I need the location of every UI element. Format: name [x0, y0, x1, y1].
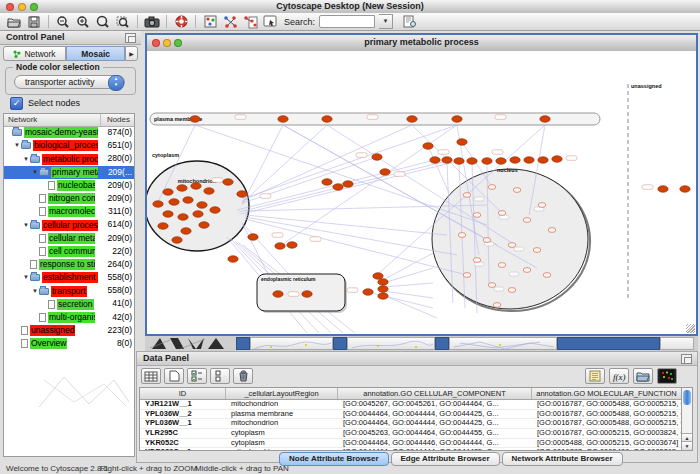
import-table-icon[interactable]: [585, 368, 605, 384]
network-node[interactable]: [237, 191, 247, 198]
scrollbar-thumb[interactable]: [683, 390, 691, 405]
network-node[interactable]: [508, 288, 516, 293]
network-node[interactable]: [467, 158, 477, 165]
background-window-edge[interactable]: [236, 337, 250, 350]
tree-row[interactable]: macromolecule311(0): [4, 205, 134, 218]
network-node[interactable]: [178, 214, 188, 221]
background-window-preview[interactable]: [347, 337, 435, 350]
network-node[interactable]: [183, 197, 193, 204]
network-node[interactable]: [498, 211, 506, 216]
network-node[interactable]: [488, 283, 496, 288]
tree-row[interactable]: ▼cellular process614(0): [4, 218, 134, 231]
layout-nodes-b-icon[interactable]: [242, 14, 258, 29]
network-node[interactable]: [287, 242, 297, 249]
network-node[interactable]: [508, 243, 516, 248]
tab-overflow-arrow-icon[interactable]: ▶: [125, 46, 138, 61]
network-node[interactable]: [248, 234, 258, 241]
background-window-edge[interactable]: [333, 337, 347, 350]
tree-row[interactable]: response to stimulu264(0): [4, 258, 134, 271]
network-node[interactable]: [423, 143, 433, 150]
network-node[interactable]: [538, 203, 546, 208]
annotation-icon[interactable]: [262, 14, 278, 29]
network-node[interactable]: [322, 116, 332, 123]
new-attribute-icon[interactable]: [164, 368, 184, 384]
float-panel-icon[interactable]: [125, 33, 136, 43]
network-canvas[interactable]: plasma membranecytoplasmmitochondrionnuc…: [147, 51, 696, 334]
network-node[interactable]: [442, 157, 452, 164]
network-node[interactable]: [513, 188, 521, 193]
background-window-edge[interactable]: [435, 337, 449, 350]
tree-row[interactable]: mosaic-demo-yeast874(0): [4, 126, 134, 139]
network-node[interactable]: [223, 179, 233, 186]
network-node[interactable]: [302, 291, 312, 298]
table-column-header[interactable]: annotation.GO MOLECULAR_FUNCTION: [532, 388, 682, 399]
network-node[interactable]: [552, 156, 562, 163]
table-column-header[interactable]: ID: [140, 388, 226, 399]
open-file-icon[interactable]: [6, 14, 22, 29]
network-node[interactable]: [181, 228, 191, 235]
background-window-preview[interactable]: [250, 337, 333, 350]
network-node[interactable]: [510, 157, 520, 164]
table-scrollbar[interactable]: ▲ ▼: [681, 387, 693, 451]
select-all-attributes-icon[interactable]: [187, 368, 207, 384]
network-node[interactable]: [483, 238, 491, 243]
scroll-down-icon[interactable]: ▼: [682, 441, 692, 450]
network-node[interactable]: [498, 263, 506, 268]
zoom-out-icon[interactable]: [55, 14, 71, 29]
refresh-attributes-icon[interactable]: [401, 14, 417, 29]
network-node[interactable]: [488, 185, 496, 190]
open-attributes-folder-icon[interactable]: [633, 368, 653, 384]
table-row[interactable]: YPL036W__1mitochondrion[GO:0044464, GO:0…: [140, 419, 682, 429]
network-node[interactable]: [343, 181, 353, 188]
disclosure-triangle-icon[interactable]: ▼: [22, 153, 30, 166]
layout-nodes-a-icon[interactable]: [222, 14, 238, 29]
network-node[interactable]: [372, 154, 382, 161]
network-node[interactable]: [463, 193, 471, 198]
snapshot-camera-icon[interactable]: [144, 14, 160, 29]
network-node[interactable]: [407, 116, 417, 123]
network-node[interactable]: [463, 273, 471, 278]
network-node[interactable]: [496, 158, 506, 165]
tree-row[interactable]: ▼primary metabo209(...: [4, 166, 134, 179]
tree-row[interactable]: multi-organism pro42(0): [4, 311, 134, 324]
disclosure-triangle-icon[interactable]: ▼: [31, 285, 39, 298]
network-node[interactable]: [363, 289, 373, 296]
network-node[interactable]: [333, 184, 343, 191]
network-node[interactable]: [524, 157, 534, 164]
network-node[interactable]: [533, 248, 541, 253]
network-node[interactable]: [473, 213, 481, 218]
network-node[interactable]: [228, 256, 238, 263]
network-node[interactable]: [193, 211, 203, 218]
table-column-header[interactable]: _cellularLayoutRegion: [226, 388, 338, 399]
background-window-preview[interactable]: [449, 337, 557, 350]
save-session-icon[interactable]: [26, 14, 42, 29]
network-node[interactable]: [190, 116, 200, 123]
network-node[interactable]: [210, 207, 220, 214]
tree-row[interactable]: cellular metabo209(0): [4, 232, 134, 245]
node-color-combobox[interactable]: transporter activity ▲▼: [14, 75, 125, 89]
search-dropdown-arrow-icon[interactable]: ▼: [379, 14, 393, 29]
select-attributes-icon[interactable]: [141, 368, 161, 384]
table-row[interactable]: YLR295Ccytoplasm[GO:0045263, GO:0044464,…: [140, 429, 682, 439]
tree-row[interactable]: ▼transport558(0): [4, 284, 134, 297]
vizmapper-icon[interactable]: [202, 14, 218, 29]
background-window-edge[interactable]: [557, 337, 660, 350]
network-node[interactable]: [158, 223, 168, 230]
network-node[interactable]: [163, 211, 173, 218]
disclosure-triangle-icon[interactable]: ▼: [13, 139, 21, 152]
network-node[interactable]: [523, 218, 531, 223]
network-node[interactable]: [278, 116, 288, 123]
tab-mosaic[interactable]: Mosaic: [66, 46, 125, 61]
disclosure-triangle-icon[interactable]: ▼: [31, 166, 39, 179]
network-node[interactable]: [378, 293, 388, 300]
table-row[interactable]: YKR052Ccytoplasm[GO:0044464, GO:0044446,…: [140, 439, 682, 449]
disclosure-triangle-icon[interactable]: ▼: [22, 219, 30, 232]
network-node[interactable]: [543, 273, 551, 278]
formula-builder-icon[interactable]: f(x): [609, 368, 629, 384]
network-node[interactable]: [548, 228, 556, 233]
tree-row[interactable]: ▼biological_process651(0): [4, 139, 134, 152]
select-nodes-checkbox[interactable]: ✓: [10, 97, 23, 110]
network-window-titlebar[interactable]: primary metabolic process: [147, 35, 696, 52]
network-node[interactable]: [153, 201, 163, 208]
network-node[interactable]: [457, 139, 467, 146]
